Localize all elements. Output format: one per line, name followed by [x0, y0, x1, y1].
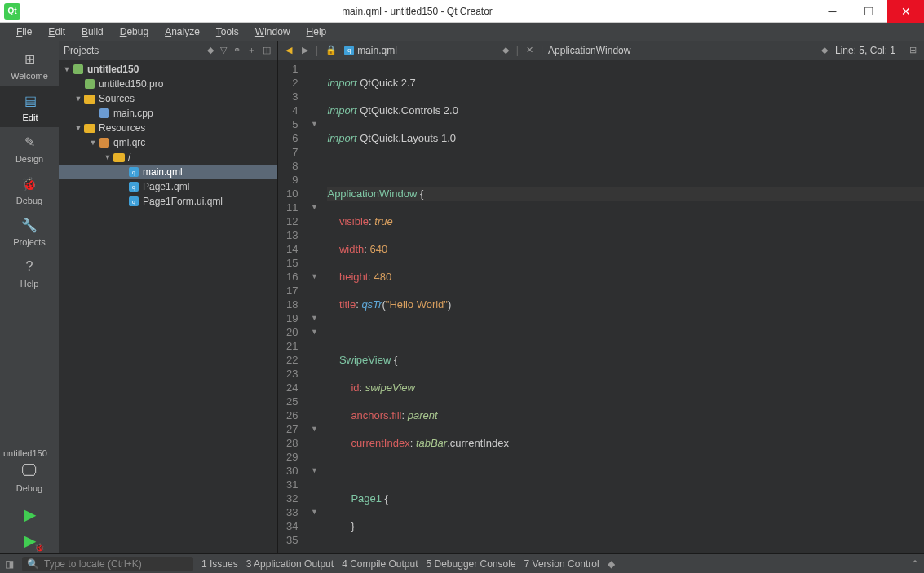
kit-config: Debug [3, 483, 55, 493]
debug-run-button[interactable]: ▶🐞 [0, 527, 59, 553]
tree-root-prefix[interactable]: ▼/ [59, 150, 277, 165]
menu-window[interactable]: Window [249, 24, 297, 39]
symbol-breadcrumb[interactable]: ApplicationWindow [548, 45, 630, 56]
line-number-gutter: 1234567891011121314151617181920212223242… [278, 60, 307, 553]
welcome-icon: ⊞ [20, 49, 39, 68]
output-compile[interactable]: 4 Compile Output [342, 558, 418, 570]
mode-help-label: Help [20, 279, 39, 289]
close-doc-icon[interactable]: ✕ [524, 45, 536, 55]
tree-sources-folder[interactable]: ▼Sources [59, 91, 277, 106]
tree-pro-file[interactable]: untitled150.pro [59, 77, 277, 91]
mode-projects-label: Projects [13, 237, 46, 247]
nav-back-icon[interactable]: ◀ [283, 45, 294, 55]
output-version[interactable]: 7 Version Control [524, 558, 599, 570]
close-button[interactable]: ✕ [887, 0, 924, 23]
edit-icon: ▤ [20, 90, 40, 110]
code-content[interactable]: import QtQuick 2.7 import QtQuick.Contro… [321, 60, 924, 553]
tree-main-cpp[interactable]: main.cpp [59, 106, 277, 121]
projects-panel: Projects ◆ ▽ ⚭ ＋ ◫ ▼untitled150 untitled… [59, 41, 278, 553]
cursor-position: Line: 5, Col: 1 [835, 45, 895, 56]
menu-edit[interactable]: Edit [42, 24, 72, 39]
project-tree: ▼untitled150 untitled150.pro ▼Sources ma… [59, 60, 277, 553]
dropdown-icon[interactable]: ◆ [206, 45, 215, 55]
help-icon: ? [20, 257, 39, 276]
mode-design-label: Design [15, 154, 43, 164]
filter-icon[interactable]: ▽ [219, 45, 228, 55]
statusbar: ◨ 🔍 Type to locate (Ctrl+K) 1 Issues 3 A… [0, 553, 924, 573]
mode-debug-label: Debug [16, 196, 42, 205]
kit-selector[interactable]: untitled150 🖵 Debug [0, 443, 59, 501]
tree-main-qml[interactable]: qmain.qml [59, 165, 277, 179]
projects-header: Projects ◆ ▽ ⚭ ＋ ◫ [59, 41, 277, 60]
projects-icon: 🔧 [20, 215, 39, 235]
add-icon[interactable]: ＋ [245, 44, 258, 56]
app-icon: Qt [4, 3, 20, 20]
menu-debug[interactable]: Debug [113, 24, 155, 39]
code-editor[interactable]: 1234567891011121314151617181920212223242… [278, 60, 924, 553]
search-icon: 🔍 [27, 558, 39, 570]
menu-tools[interactable]: Tools [210, 24, 245, 39]
design-icon: ✎ [20, 132, 39, 152]
output-debugger[interactable]: 5 Debugger Console [427, 558, 516, 570]
mode-edit-label: Edit [23, 112, 38, 122]
locator-input[interactable]: 🔍 Type to locate (Ctrl+K) [22, 557, 193, 571]
qml-file-icon: q [344, 46, 354, 55]
symbol-dropdown-icon[interactable]: ◆ [819, 45, 830, 55]
mode-edit[interactable]: ▤ Edit [0, 86, 59, 127]
menu-build[interactable]: Build [75, 24, 110, 39]
split-icon[interactable]: ◫ [261, 45, 272, 55]
menu-analyze[interactable]: Analyze [158, 24, 206, 39]
file-selector[interactable]: q main.qml [344, 45, 397, 56]
run-button[interactable]: ▶ [0, 501, 59, 527]
mode-welcome-label: Welcome [11, 71, 48, 81]
toggle-output-icon[interactable]: ⌃ [911, 558, 919, 570]
output-issues[interactable]: 1 Issues [201, 558, 238, 570]
menu-help[interactable]: Help [300, 24, 334, 39]
tree-resources-folder[interactable]: ▼Resources [59, 121, 277, 135]
editor-toolbar: ◀ ▶ | 🔒 q main.qml ◆ | ✕ | ApplicationWi… [278, 41, 924, 60]
mode-bar: ⊞ Welcome ▤ Edit ✎ Design 🐞 Debug 🔧 Proj… [0, 41, 59, 553]
tree-page1-qml[interactable]: qPage1.qml [59, 179, 277, 194]
mode-help[interactable]: ? Help [0, 252, 59, 293]
mode-design[interactable]: ✎ Design [0, 127, 59, 169]
output-app[interactable]: 3 Application Output [246, 558, 334, 570]
output-selector-icon[interactable]: ◆ [608, 558, 615, 570]
editor-filename: main.qml [357, 45, 397, 56]
link-icon[interactable]: ⚭ [232, 45, 242, 55]
mode-welcome[interactable]: ⊞ Welcome [0, 44, 59, 86]
locator-placeholder: Type to locate (Ctrl+K) [44, 558, 142, 570]
titlebar: Qt main.qml - untitled150 - Qt Creator ─… [0, 0, 924, 23]
editor-area: ◀ ▶ | 🔒 q main.qml ◆ | ✕ | ApplicationWi… [278, 41, 924, 553]
menubar: File Edit Build Debug Analyze Tools Wind… [0, 23, 924, 41]
window-title: main.qml - untitled150 - Qt Creator [20, 6, 814, 17]
monitor-icon: 🖵 [3, 461, 55, 480]
lock-icon[interactable]: 🔒 [323, 45, 339, 55]
nav-forward-icon[interactable]: ▶ [299, 45, 311, 55]
debug-icon: 🐞 [20, 174, 39, 193]
kit-name: untitled150 [3, 448, 55, 458]
menu-file[interactable]: File [10, 24, 38, 39]
file-dropdown-icon[interactable]: ◆ [500, 45, 511, 55]
tree-qml-qrc[interactable]: ▼qml.qrc [59, 135, 277, 150]
tree-page1form-qml[interactable]: qPage1Form.ui.qml [59, 194, 277, 209]
mode-debug[interactable]: 🐞 Debug [0, 169, 59, 210]
fold-gutter[interactable]: ▼▼▼▼▼▼▼▼ [307, 60, 321, 553]
tree-project-root[interactable]: ▼untitled150 [59, 62, 277, 77]
split-editor-icon[interactable]: ⊞ [907, 45, 919, 55]
toggle-sidebar-icon[interactable]: ◨ [5, 558, 14, 570]
projects-title: Projects [64, 45, 202, 56]
minimize-button[interactable]: ─ [814, 0, 851, 23]
mode-projects[interactable]: 🔧 Projects [0, 210, 59, 252]
maximize-button[interactable]: ☐ [851, 0, 887, 23]
